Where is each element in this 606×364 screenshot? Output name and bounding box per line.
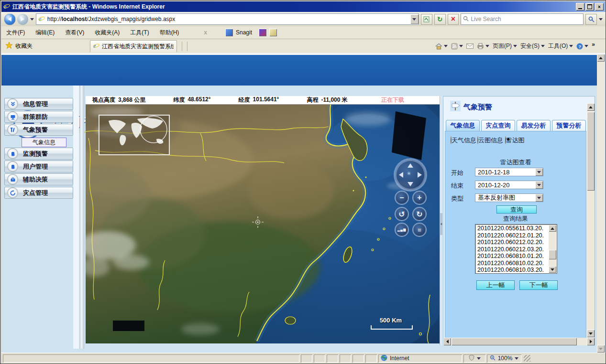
sidebar-item-weather-warning[interactable]: 气象预警 <box>4 124 73 136</box>
zoom-dropdown-icon[interactable] <box>515 357 518 360</box>
pan-down-icon[interactable] <box>408 182 413 186</box>
read-mail-button[interactable] <box>466 43 474 49</box>
scroll-up-icon[interactable] <box>549 225 556 232</box>
scroll-down-icon[interactable] <box>549 266 556 273</box>
resize-grip[interactable] <box>524 355 530 362</box>
pan-compass-control[interactable]: ✳ <box>396 160 425 190</box>
minimize-button[interactable] <box>576 3 584 11</box>
pan-right-icon[interactable] <box>418 172 422 178</box>
type-select[interactable]: 基本反射率图 <box>475 193 543 202</box>
stop-button[interactable]: × <box>448 14 459 25</box>
globe-map[interactable]: ✳ − + ↺ ↻ ▂▄▆ ≡ 500 Km <box>86 105 440 343</box>
query-button[interactable]: 查询 <box>496 205 537 214</box>
page-vertical-scrollbar[interactable] <box>597 54 605 353</box>
tab-warning-analysis[interactable]: 预警分析 <box>552 120 586 131</box>
scroll-down-icon[interactable] <box>587 330 595 337</box>
previous-image-button[interactable]: 上一幅 <box>476 280 515 290</box>
back-button[interactable] <box>4 14 15 25</box>
forward-button[interactable] <box>17 14 28 25</box>
snagit-editor-icon[interactable] <box>269 29 277 36</box>
rotate-right-button[interactable]: ↻ <box>413 208 426 220</box>
page-menu[interactable]: 页面(P) <box>493 42 517 50</box>
safety-menu[interactable]: 安全(S) <box>520 42 545 50</box>
scroll-right-icon[interactable] <box>587 338 595 345</box>
sidebar-item-group-prevention[interactable]: 群策群防 <box>4 111 73 123</box>
menu-file[interactable]: 文件(F) <box>6 29 25 37</box>
end-date-select[interactable]: 2010-12-20 <box>475 181 543 189</box>
tab-hazard-query[interactable]: 灾点查询 <box>481 120 515 131</box>
menu-edit[interactable]: 编辑(E) <box>35 29 55 37</box>
list-item[interactable]: 20101220.060212.01.20. <box>476 232 549 239</box>
home-button[interactable] <box>435 43 448 50</box>
overflow-chevron[interactable]: » <box>592 41 595 48</box>
tab-weather-info[interactable]: 气象信息 <box>446 120 480 131</box>
scrollbar-thumb[interactable] <box>587 112 595 191</box>
sidebar-item-user-management[interactable]: 用户管理 <box>4 161 73 172</box>
zoom-cell[interactable]: 100% <box>487 354 521 363</box>
radio-icon[interactable] <box>505 136 506 144</box>
menu-help[interactable]: 帮助(H) <box>160 29 179 37</box>
toolbar-close-icon[interactable]: x <box>204 29 207 36</box>
scroll-up-icon[interactable] <box>587 103 595 111</box>
zoom-out-button[interactable]: − <box>396 192 408 204</box>
sidebar-item-info-management[interactable]: 信息管理 <box>4 98 73 110</box>
tab-susceptibility-analysis[interactable]: 易发分析 <box>517 120 551 131</box>
list-item[interactable]: 20101220.060810.02.20. <box>476 260 549 267</box>
search-input[interactable]: Live Search <box>461 13 584 25</box>
radio-cloud-image[interactable]: 云图信息 <box>477 136 504 145</box>
snagit-label[interactable]: Snagit <box>236 29 252 36</box>
list-item[interactable]: 20101220.060212.03.20. <box>476 246 549 253</box>
start-date-select[interactable]: 2010-12-18 <box>475 168 543 176</box>
dropdown-arrow-icon[interactable] <box>535 194 543 202</box>
list-item[interactable]: 20101220.055611.03.20. <box>476 225 549 232</box>
tools-menu[interactable]: 工具(O) <box>548 42 573 50</box>
next-image-button[interactable]: 下一幅 <box>519 280 558 290</box>
zoom-in-button[interactable]: + <box>413 192 426 204</box>
maximize-button[interactable] <box>585 3 594 11</box>
refresh-button[interactable]: ↻ <box>434 14 446 25</box>
history-dropdown-icon[interactable] <box>30 18 34 21</box>
radio-icon[interactable] <box>477 136 478 144</box>
scrollbar-thumb[interactable] <box>549 250 556 259</box>
scroll-left-icon[interactable] <box>443 338 451 345</box>
sidebar-item-monitor-warning[interactable]: 监测预警 <box>4 148 73 160</box>
radio-icon[interactable] <box>451 136 452 144</box>
list-item[interactable]: 20101220.060810.01.20. <box>476 253 549 260</box>
dropdown-arrow-icon[interactable] <box>535 168 543 176</box>
search-go-button[interactable] <box>585 14 597 25</box>
print-button[interactable] <box>477 43 489 49</box>
results-listbox[interactable]: 20101220.055611.03.20. 20101220.060212.0… <box>475 224 557 274</box>
address-dropdown-icon[interactable] <box>410 14 419 24</box>
panel-horizontal-scrollbar[interactable] <box>443 338 595 345</box>
menu-view[interactable]: 查看(V) <box>65 29 84 37</box>
radio-weather-info[interactable]: 天气信息 <box>450 136 477 145</box>
menu-favorites[interactable]: 收藏夹(A) <box>95 29 120 37</box>
scroll-down-icon[interactable] <box>597 345 605 353</box>
sidebar-item-hazard-management[interactable]: 灾点管理 <box>4 187 73 199</box>
scrollbar-thumb[interactable] <box>452 338 577 345</box>
favorites-button[interactable]: 收藏夹 <box>15 42 33 50</box>
search-options-dropdown-icon[interactable] <box>599 18 603 21</box>
menu-tools[interactable]: 工具(T) <box>130 29 149 37</box>
dropdown-arrow-icon[interactable] <box>535 181 543 189</box>
snagit-capture-icon[interactable] <box>259 29 266 36</box>
pan-up-icon[interactable] <box>408 163 413 168</box>
panel-collapse-handle[interactable] <box>440 213 442 235</box>
sidebar-splitter[interactable] <box>80 86 84 349</box>
close-button[interactable]: × <box>595 3 604 11</box>
listbox-scrollbar[interactable] <box>549 225 556 273</box>
sidebar-item-decision-support[interactable]: 辅助决策 <box>4 173 73 185</box>
tilt-button[interactable]: ▂▄▆ <box>396 224 408 236</box>
sidebar-subitem-weather-info[interactable]: 气象信息 <box>22 138 66 147</box>
pan-left-icon[interactable] <box>399 172 403 178</box>
feeds-button[interactable] <box>451 43 463 50</box>
rotate-left-button[interactable]: ↺ <box>396 208 408 220</box>
help-button[interactable]: ? <box>576 43 588 50</box>
compatibility-view-button[interactable] <box>421 14 432 25</box>
list-item[interactable]: 20101220.060212.02.20. <box>476 239 549 246</box>
address-input[interactable]: e http://localhost/Jxdzwebgis_mapgis/gri… <box>36 13 419 25</box>
scroll-up-icon[interactable] <box>597 54 605 62</box>
protected-mode-cell[interactable] <box>463 354 485 363</box>
radio-radar-image[interactable]: 雷达图 <box>504 136 526 145</box>
browser-tab[interactable]: e 江西省地质灾害监测预警系统 <box>90 40 177 52</box>
